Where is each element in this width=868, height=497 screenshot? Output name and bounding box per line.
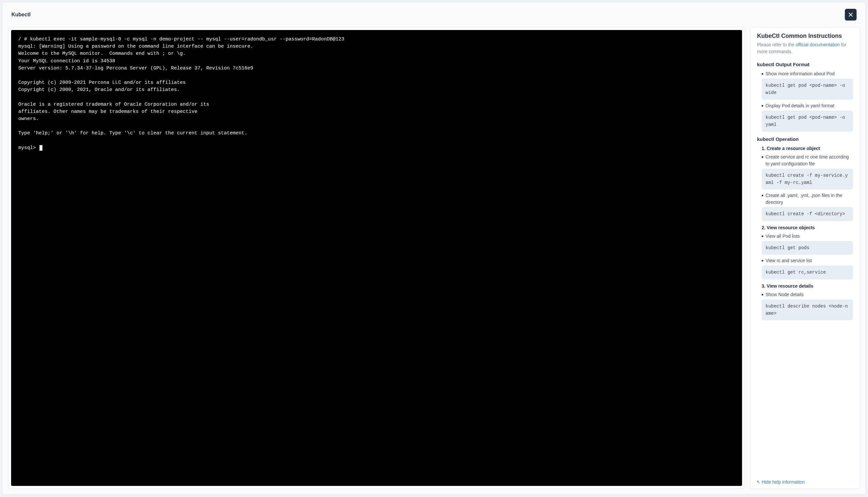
help-subtitle: Please refer to the official documentati… (757, 41, 853, 55)
terminal[interactable]: / # kubectl exec -it sample-mysql-0 -c m… (11, 30, 742, 486)
help-list-output-format: Show more information about Pod kubectl … (757, 70, 853, 132)
kubectl-modal: Kubectl / # kubectl exec -it sample-mysq… (2, 2, 866, 495)
section-heading-output-format: kubectl Output Format (757, 62, 853, 67)
help-item-desc: Display Pod details in yaml format (761, 102, 853, 109)
help-item-desc: Create all .yaml, .yml, .json files in t… (761, 192, 853, 206)
help-item-desc: Show Node details (761, 291, 853, 298)
modal-body: / # kubectl exec -it sample-mysql-0 -c m… (2, 27, 866, 495)
help-item-desc: View all Pod lists (761, 233, 853, 240)
code-block[interactable]: kubectl get pods (761, 241, 853, 255)
help-item-desc: Show more information about Pod (761, 70, 853, 77)
help-panel: KubeCtl Common Instructions Please refer… (750, 27, 860, 489)
help-item: View rc and service list kubectl get rc,… (761, 257, 853, 279)
terminal-panel: / # kubectl exec -it sample-mysql-0 -c m… (8, 27, 745, 489)
subsection-heading-view-objects: 2. View resource objects (761, 225, 853, 230)
section-heading-operation: kubectl Operation (757, 136, 853, 142)
terminal-output: / # kubectl exec -it sample-mysql-0 -c m… (18, 37, 344, 151)
terminal-cursor (40, 145, 42, 151)
help-scroll[interactable]: KubeCtl Common Instructions Please refer… (751, 27, 859, 488)
help-item-desc: Create service and rc one time according… (761, 154, 853, 167)
code-block[interactable]: kubectl get rc,service (761, 266, 853, 279)
help-item: Show more information about Pod kubectl … (761, 70, 853, 100)
help-item: Show Node details kubectl describe nodes… (761, 291, 853, 321)
subsection-heading-create: 1. Create a resource object (761, 146, 853, 151)
help-item: Create service and rc one time according… (761, 154, 853, 190)
help-list-view-objects: View all Pod lists kubectl get pods View… (757, 233, 853, 280)
code-block[interactable]: kubectl get pod <pod-name> -o yaml (761, 111, 853, 132)
official-documentation-link[interactable]: official documentation (796, 42, 840, 47)
close-icon (848, 11, 854, 18)
help-title: KubeCtl Common Instructions (757, 33, 853, 40)
help-item: Display Pod details in yaml format kubec… (761, 102, 853, 132)
close-button[interactable] (845, 9, 857, 20)
modal-header: Kubectl (2, 2, 866, 27)
help-subtitle-prefix: Please refer to the (757, 42, 796, 47)
code-block[interactable]: kubectl create -f <directory> (761, 207, 853, 221)
help-item-desc: View rc and service list (761, 257, 853, 264)
code-block[interactable]: kubectl create -f my-service.yaml -f my-… (761, 169, 853, 190)
modal-title: Kubectl (11, 12, 31, 18)
hide-help-link[interactable]: ↖ Hide help information (756, 478, 805, 486)
help-list-create: Create service and rc one time according… (757, 154, 853, 221)
help-list-view-details: Show Node details kubectl describe nodes… (757, 291, 853, 321)
help-item: View all Pod lists kubectl get pods (761, 233, 853, 255)
code-block[interactable]: kubectl describe nodes <node-name> (761, 299, 853, 321)
code-block[interactable]: kubectl get pod <pod-name> -o wide (761, 79, 853, 100)
help-item: Create all .yaml, .yml, .json files in t… (761, 192, 853, 221)
subsection-heading-view-details: 3. View resource details (761, 283, 853, 289)
